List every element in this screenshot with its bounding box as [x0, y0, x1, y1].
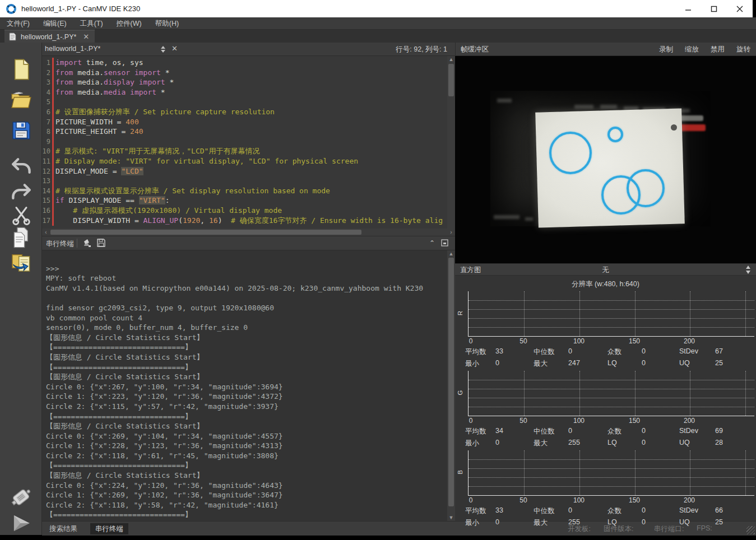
terminal-line: Circle 2: {"x":115, "y":57, "r":42, "mag…: [42, 402, 447, 412]
framebuffer-action-button[interactable]: 录制: [659, 45, 673, 54]
x-tick-label: 0: [469, 337, 473, 345]
y-axis-label: R: [457, 311, 463, 315]
histogram-mode-value: 无: [455, 266, 756, 275]
stat-value: 0: [642, 347, 646, 355]
stat-label: 众数: [607, 506, 622, 516]
menu-item[interactable]: 控件(W): [110, 17, 149, 30]
connect-button[interactable]: [10, 487, 33, 509]
scroll-down-icon[interactable]: ▼: [447, 514, 455, 521]
line-number: 10: [42, 147, 50, 157]
line-number: 12: [42, 167, 50, 177]
menu-item[interactable]: 工具(T): [73, 17, 110, 30]
photo-canvas-dot: [671, 124, 677, 131]
maximize-button[interactable]: [701, 0, 727, 17]
menu-item[interactable]: 文件(F): [0, 17, 36, 30]
tab-close-icon[interactable]: ✕: [83, 32, 89, 41]
scroll-up-icon[interactable]: ▲: [447, 56, 455, 63]
editor-close-icon[interactable]: ✕: [171, 44, 178, 53]
code-line[interactable]: 11# Display mode: "VIRT" for virtual dis…: [42, 156, 455, 166]
stat-label: 最大: [534, 439, 548, 448]
scroll-up-icon[interactable]: ▲: [447, 250, 455, 257]
save-log-icon[interactable]: [97, 239, 107, 248]
code-line[interactable]: 8PICTURE_HEIGHT = 240: [42, 127, 455, 137]
framebuffer-view[interactable]: [455, 56, 756, 263]
cursor-position: 行号: 92, 列号: 1: [396, 45, 447, 54]
code-line[interactable]: 6# 设置图像捕获分辨率 / Set picture capture resol…: [42, 107, 455, 117]
terminal-line: 【==============================】: [42, 342, 447, 352]
code-line[interactable]: 1import time, os, sys: [42, 58, 455, 68]
tab-serial-terminal[interactable]: 串行终端: [90, 523, 128, 534]
editor-vertical-scrollbar[interactable]: ▲: [447, 56, 455, 229]
line-number: 13: [42, 176, 50, 187]
code-line[interactable]: 16 # 虚拟显示器模式(1920x1080) / Virtual displa…: [42, 206, 455, 216]
stat-label: LQ: [607, 359, 617, 367]
terminal-line: MPY: soft reboot: [42, 273, 447, 283]
histogram-stats-row: 平均数34中位数0众数0StDev69: [455, 426, 756, 437]
terminal-vertical-scrollbar[interactable]: ▲ ▼: [447, 250, 455, 521]
framebuffer-action-button[interactable]: 禁用: [711, 45, 725, 54]
detach-terminal-icon[interactable]: [441, 239, 448, 248]
undo-button[interactable]: [10, 155, 33, 177]
stat-value: 0: [642, 439, 646, 446]
line-number: 4: [42, 88, 50, 98]
new-file-button[interactable]: [10, 58, 33, 81]
tab-search-results[interactable]: 搜索结果: [44, 523, 82, 534]
split-editor-icon[interactable]: [160, 45, 166, 53]
stat-label: 中位数: [534, 347, 555, 357]
scroll-right-icon[interactable]: ›: [447, 229, 455, 236]
document-tab[interactable]: helloworld_1-.PY* ✕: [4, 30, 95, 43]
x-axis-ticks: 050100150200: [468, 496, 754, 505]
stat-value: 0: [642, 518, 646, 526]
terminal-line: 【圆形信息 / Circle Statistics Start】: [42, 471, 447, 481]
code-line[interactable]: 14# 根据显示模式设置显示分辨率 / Set display resoluti…: [42, 186, 455, 196]
framebuffer-action-button[interactable]: 旋转: [736, 45, 750, 54]
stat-value: 34: [495, 427, 503, 435]
serial-terminal-output[interactable]: >>>MPY: soft rebootCanMV v1.4.1(based on…: [42, 250, 447, 521]
editor-filename[interactable]: helloworld_1-.PY*: [45, 45, 100, 53]
collapse-terminal-icon[interactable]: ⌃: [429, 239, 435, 247]
stat-value: 33: [495, 506, 503, 514]
code-line[interactable]: 13: [42, 176, 455, 186]
code-line[interactable]: 15if DISPLAY_MODE == "VIRT":: [42, 195, 455, 206]
terminal-line: Circle 0: {"x":224, "y":120, "r":36, "ma…: [42, 481, 447, 491]
stat-value: 0: [568, 506, 572, 514]
code-line[interactable]: 5: [42, 97, 455, 107]
code-editor[interactable]: 1import time, os, sys2from media.sensor …: [42, 56, 455, 229]
code-line[interactable]: 7PICTURE_WIDTH = 400: [42, 117, 455, 127]
x-tick-label: 50: [520, 496, 527, 504]
code-line[interactable]: 12DISPLAY_MODE = "LCD": [42, 166, 455, 176]
histogram-source-select[interactable]: 直方图 无: [455, 263, 756, 276]
spinner-arrows-icon[interactable]: [745, 266, 752, 274]
code-line[interactable]: 2from media.sensor import *: [42, 68, 455, 78]
save-button[interactable]: [10, 119, 33, 142]
code-line[interactable]: 3from media.display import *: [42, 77, 455, 87]
code-line[interactable]: 9: [42, 137, 455, 147]
code-line[interactable]: 4from media.media import *: [42, 87, 455, 97]
cut-button[interactable]: [10, 204, 33, 226]
stat-value: 25: [715, 359, 723, 367]
clear-terminal-icon[interactable]: [82, 239, 92, 248]
redo-button[interactable]: [10, 180, 33, 203]
histogram-panel: 分辨率 (w:480, h:640) R050100150200平均数33中位数…: [455, 276, 756, 521]
stat-value: 67: [715, 347, 723, 355]
line-number: 1: [42, 58, 50, 68]
close-button[interactable]: [727, 0, 753, 17]
framebuffer-action-button[interactable]: 缩放: [685, 45, 699, 54]
open-file-button[interactable]: [10, 89, 33, 111]
paste-button[interactable]: [10, 251, 33, 273]
line-number: 15: [42, 196, 50, 206]
scroll-left-icon[interactable]: ‹: [42, 229, 50, 236]
menu-item[interactable]: 帮助(H): [149, 17, 185, 30]
copy-button[interactable]: [10, 226, 33, 249]
stat-label: 最小: [465, 359, 479, 369]
stat-value: 66: [715, 506, 723, 514]
menu-item[interactable]: 编辑(E): [36, 17, 73, 30]
run-button[interactable]: [10, 512, 33, 534]
minimize-button[interactable]: [675, 0, 701, 17]
editor-horizontal-scrollbar[interactable]: ‹ ›: [42, 229, 455, 236]
terminal-line: Circle 1: {"x":269, "y":102, "r":36, "ma…: [42, 490, 447, 500]
stat-label: 平均数: [465, 347, 486, 357]
code-line[interactable]: 17 DISPLAY_WIDTH = ALIGN_UP(1920, 16) # …: [42, 216, 455, 226]
code-line[interactable]: 10# 显示模式: "VIRT"用于无屏幕情况，"LCD"用于有屏幕情况: [42, 146, 455, 156]
line-number: 17: [42, 216, 50, 226]
